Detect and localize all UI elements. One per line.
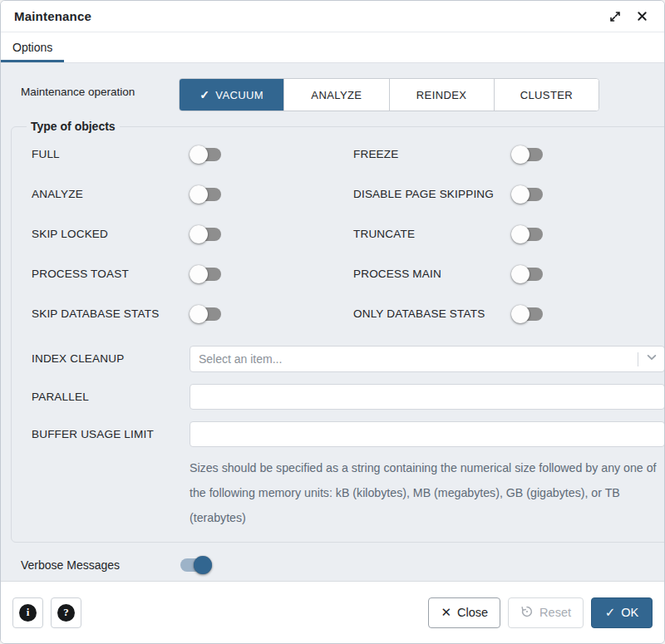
reset-icon xyxy=(520,605,534,621)
ok-button[interactable]: ✓ OK xyxy=(591,597,653,628)
parallel-label: PARALLEL xyxy=(32,384,190,405)
cluster-button[interactable]: ✓ CLUSTER xyxy=(494,79,598,111)
full-label: FULL xyxy=(32,147,190,162)
vacuum-button[interactable]: ✓ VACUUM xyxy=(180,79,283,111)
verbose-messages-label: Verbose Messages xyxy=(21,558,179,572)
dialog-footer: i ? ✕ Close Reset ✓ OK xyxy=(1,581,664,643)
help-button[interactable]: ? xyxy=(51,597,81,628)
reset-button-label: Reset xyxy=(539,606,571,619)
dialog-title: Maintenance xyxy=(14,9,91,23)
skip-database-stats-toggle[interactable] xyxy=(190,305,223,323)
maintenance-operation-label: Maintenance operation xyxy=(21,76,179,101)
disable-page-skipping-label: DISABLE PAGE SKIPPING xyxy=(353,187,511,202)
toggle-row-analyze: ANALYZE xyxy=(22,175,343,214)
process-toast-label: PROCESS TOAST xyxy=(32,267,190,282)
disable-page-skipping-toggle[interactable] xyxy=(511,185,544,204)
buffer-usage-limit-input[interactable] xyxy=(190,421,664,447)
index-cleanup-row: INDEX CLEANUP Select an item... xyxy=(22,334,664,372)
toggle-row-full: FULL xyxy=(22,135,343,175)
size-units-help-text: Sizes should be specified as a string co… xyxy=(190,455,664,530)
toggle-row-only-database-stats: ONLY DATABASE STATS xyxy=(343,294,664,334)
close-icon[interactable] xyxy=(633,7,651,26)
dialog-content: Maintenance operation ✓ VACUUM ✓ ANALYZE… xyxy=(1,63,664,581)
verbose-messages-toggle[interactable] xyxy=(179,556,212,574)
select-separator xyxy=(638,352,638,366)
check-icon: ✓ xyxy=(200,88,209,101)
ok-check-icon: ✓ xyxy=(605,605,616,620)
process-main-toggle[interactable] xyxy=(511,265,544,283)
freeze-toggle[interactable] xyxy=(511,145,544,164)
type-of-objects-legend: Type of objects xyxy=(27,120,120,133)
analyze-label: ANALYZE xyxy=(311,89,362,101)
close-button[interactable]: ✕ Close xyxy=(428,597,500,628)
skip-database-stats-label: SKIP DATABASE STATS xyxy=(32,307,190,322)
close-button-label: Close xyxy=(457,606,488,619)
maintenance-operation-row: Maintenance operation ✓ VACUUM ✓ ANALYZE… xyxy=(11,70,654,111)
only-database-stats-label: ONLY DATABASE STATS xyxy=(353,307,511,322)
maintenance-dialog: Maintenance Options Maintenance operatio… xyxy=(0,0,665,644)
cluster-label: CLUSTER xyxy=(520,89,573,101)
tab-options[interactable]: Options xyxy=(1,32,64,62)
buffer-usage-limit-label: BUFFER USAGE LIMIT xyxy=(32,421,190,442)
toggle-row-freeze: FREEZE xyxy=(343,135,664,175)
index-cleanup-select[interactable]: Select an item... xyxy=(190,346,664,372)
only-database-stats-toggle[interactable] xyxy=(511,305,544,323)
buffer-usage-limit-row: BUFFER USAGE LIMIT xyxy=(22,410,664,447)
help-icon: ? xyxy=(57,604,75,622)
toggle-row-process-main: PROCESS MAIN xyxy=(343,254,664,294)
analyze-toggle[interactable] xyxy=(190,185,223,204)
close-x-icon: ✕ xyxy=(441,605,451,620)
truncate-toggle[interactable] xyxy=(511,225,544,243)
index-cleanup-label: INDEX CLEANUP xyxy=(32,346,190,366)
process-toast-toggle[interactable] xyxy=(190,265,223,283)
reindex-label: REINDEX xyxy=(416,89,467,101)
tab-bar: Options xyxy=(1,32,664,63)
analyze-toggle-label: ANALYZE xyxy=(32,187,190,202)
index-cleanup-placeholder: Select an item... xyxy=(199,352,638,366)
ok-button-label: OK xyxy=(621,606,638,619)
vacuum-label: VACUUM xyxy=(215,89,264,101)
chevron-down-icon[interactable] xyxy=(646,351,658,366)
analyze-button[interactable]: ✓ ANALYZE xyxy=(283,79,388,111)
skip-locked-toggle[interactable] xyxy=(190,225,223,243)
toggle-row-process-toast: PROCESS TOAST xyxy=(22,254,343,294)
info-button[interactable]: i xyxy=(12,597,43,628)
verbose-messages-row: Verbose Messages xyxy=(11,543,654,574)
titlebar: Maintenance xyxy=(1,1,664,32)
freeze-label: FREEZE xyxy=(353,147,511,162)
process-main-label: PROCESS MAIN xyxy=(353,267,511,282)
skip-locked-label: SKIP LOCKED xyxy=(32,227,190,242)
parallel-input[interactable] xyxy=(190,384,664,410)
reset-button[interactable]: Reset xyxy=(508,597,584,628)
expand-icon[interactable] xyxy=(606,7,624,26)
toggle-row-truncate: TRUNCATE xyxy=(343,214,664,254)
truncate-label: TRUNCATE xyxy=(353,227,511,242)
maintenance-operation-group: ✓ VACUUM ✓ ANALYZE ✓ REINDEX ✓ CLUSTER xyxy=(179,78,599,111)
info-icon: i xyxy=(19,604,37,622)
type-of-objects-fieldset: Type of objects FULL FREEZE ANALYZE DISA… xyxy=(11,120,664,543)
toggle-grid: FULL FREEZE ANALYZE DISABLE PAGE SKIPPIN… xyxy=(22,135,664,334)
toggle-row-disable-page-skipping: DISABLE PAGE SKIPPING xyxy=(343,175,664,214)
toggle-row-skip-locked: SKIP LOCKED xyxy=(22,214,343,254)
reindex-button[interactable]: ✓ REINDEX xyxy=(389,79,494,111)
full-toggle[interactable] xyxy=(190,145,223,164)
parallel-row: PARALLEL xyxy=(22,372,664,410)
toggle-row-skip-database-stats: SKIP DATABASE STATS xyxy=(22,294,343,334)
